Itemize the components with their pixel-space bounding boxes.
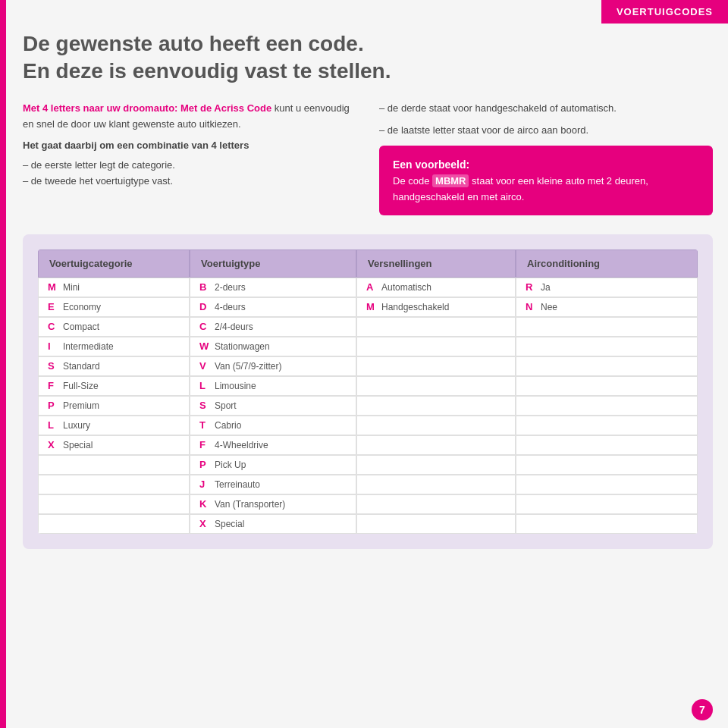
th-categorie: Voertuigcategorie <box>38 249 190 278</box>
intro-highlight2: Met de Acriss Code <box>177 102 271 114</box>
td-speed-10 <box>356 455 516 475</box>
table-header-row: Voertuigcategorie Voertuigtype Versnelli… <box>38 249 698 278</box>
data-table: Voertuigcategorie Voertuigtype Versnelli… <box>38 249 698 534</box>
td-air-6 <box>516 376 698 396</box>
td-speed-8 <box>356 416 516 435</box>
td-cat-13 <box>38 514 190 534</box>
table-row: IIntermediate WStationwagen <box>38 337 698 356</box>
td-cat-4: IIntermediate <box>38 337 190 356</box>
td-air-4 <box>516 337 698 356</box>
th-speed: Versnellingen <box>356 249 516 278</box>
td-cat-1: MMini <box>38 278 190 297</box>
info-left: Met 4 letters naar uw droomauto: Met de … <box>23 101 356 216</box>
td-cat-9: XSpecial <box>38 435 190 455</box>
td-speed-4 <box>356 337 516 356</box>
td-speed-6 <box>356 376 516 396</box>
td-type-10: PPick Up <box>190 455 356 475</box>
td-type-8: TCabrio <box>190 416 356 435</box>
td-air-8 <box>516 416 698 435</box>
td-type-13: XSpecial <box>190 514 356 534</box>
td-air-5 <box>516 356 698 376</box>
bullet4: – de laatste letter staat voor de airco … <box>379 123 713 139</box>
title-line2: En deze is eenvoudig vast te stellen. <box>23 59 391 83</box>
table-row: MMini B2-deurs AAutomatisch RJa <box>38 278 698 297</box>
table-row: SStandard VVan (5/7/9-zitter) <box>38 356 698 376</box>
td-air-9 <box>516 435 698 455</box>
td-air-12 <box>516 494 698 514</box>
table-row: PPremium SSport <box>38 396 698 416</box>
left-accent-bar <box>0 0 6 728</box>
table-row: XSpecial F4-Wheeldrive <box>38 435 698 455</box>
td-cat-5: SStandard <box>38 356 190 376</box>
example-title: Een voorbeeld: <box>393 156 699 173</box>
header-title: VOERTUIGCODES <box>601 0 728 24</box>
td-type-2: D4-deurs <box>190 297 356 317</box>
bullet1: – de eerste letter legt de categorie. <box>23 158 356 174</box>
td-air-2: NNee <box>516 297 698 317</box>
td-cat-3: CCompact <box>38 317 190 337</box>
info-section: Met 4 letters naar uw droomauto: Met de … <box>23 101 713 216</box>
td-speed-2: MHandgeschakeld <box>356 297 516 317</box>
td-speed-1: AAutomatisch <box>356 278 516 297</box>
th-air: Airconditioning <box>516 249 698 278</box>
td-type-1: B2-deurs <box>190 278 356 297</box>
td-type-3: C2/4-deurs <box>190 317 356 337</box>
td-type-9: F4-Wheeldrive <box>190 435 356 455</box>
td-cat-2: EEconomy <box>38 297 190 317</box>
info-right: – de derde staat voor handgeschakeld of … <box>379 101 713 216</box>
title-line1: De gewenste auto heeft een code. <box>23 32 364 55</box>
table-row: CCompact C2/4-deurs <box>38 317 698 337</box>
example-code: MBMR <box>432 174 469 187</box>
td-speed-11 <box>356 475 516 494</box>
td-type-12: KVan (Transporter) <box>190 494 356 514</box>
td-type-6: LLimousine <box>190 376 356 396</box>
table-container: Voertuigcategorie Voertuigtype Versnelli… <box>23 234 713 549</box>
td-cat-7: PPremium <box>38 396 190 416</box>
td-cat-10 <box>38 455 190 475</box>
td-cat-11 <box>38 475 190 494</box>
td-type-11: JTerreinauto <box>190 475 356 494</box>
td-type-5: VVan (5/7/9-zitter) <box>190 356 356 376</box>
table-row: EEconomy D4-deurs MHandgeschakeld NNee <box>38 297 698 317</box>
td-cat-8: LLuxury <box>38 416 190 435</box>
example-text-before: De code <box>393 175 432 187</box>
table-row: FFull-Size LLimousine <box>38 376 698 396</box>
td-air-3 <box>516 317 698 337</box>
bullet3: – de derde staat voor handgeschakeld of … <box>379 101 713 117</box>
td-cat-6: FFull-Size <box>38 376 190 396</box>
table-row: PPick Up <box>38 455 698 475</box>
td-speed-13 <box>356 514 516 534</box>
example-text: De code MBMR staat voor een kleine auto … <box>393 174 699 206</box>
td-air-7 <box>516 396 698 416</box>
intro-highlight: Met 4 letters naar uw droomauto: <box>23 102 177 114</box>
td-type-7: SSport <box>190 396 356 416</box>
td-air-13 <box>516 514 698 534</box>
example-box: Een voorbeeld: De code MBMR staat voor e… <box>379 146 713 215</box>
page-title: De gewenste auto heeft een code. En deze… <box>23 30 713 86</box>
td-air-10 <box>516 455 698 475</box>
bold-line: Het gaat daarbij om een combinatie van 4… <box>23 138 356 154</box>
page-number: 7 <box>692 699 713 720</box>
td-air-1: RJa <box>516 278 698 297</box>
td-speed-3 <box>356 317 516 337</box>
table-row: XSpecial <box>38 514 698 534</box>
td-speed-12 <box>356 494 516 514</box>
title-section: De gewenste auto heeft een code. En deze… <box>23 30 713 86</box>
td-speed-9 <box>356 435 516 455</box>
table-row: LLuxury TCabrio <box>38 416 698 435</box>
table-row: JTerreinauto <box>38 475 698 494</box>
td-air-11 <box>516 475 698 494</box>
table-row: KVan (Transporter) <box>38 494 698 514</box>
main-content: De gewenste auto heeft een code. En deze… <box>23 30 713 698</box>
td-cat-12 <box>38 494 190 514</box>
td-type-4: WStationwagen <box>190 337 356 356</box>
th-type: Voertuigtype <box>190 249 356 278</box>
bullet2: – de tweede het voertuigtype vast. <box>23 174 356 190</box>
td-speed-5 <box>356 356 516 376</box>
td-speed-7 <box>356 396 516 416</box>
